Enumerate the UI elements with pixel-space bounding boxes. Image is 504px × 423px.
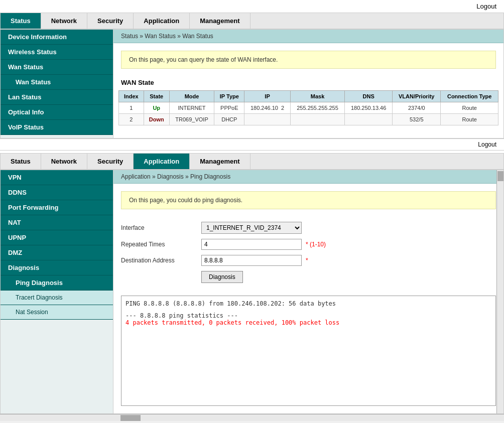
dest-address-input[interactable] xyxy=(201,255,302,266)
nav-bar-1: Status Network Security Application Mana… xyxy=(1,13,503,30)
sidebar-upnp[interactable]: UPNP xyxy=(1,230,113,245)
sidebar-voip-status[interactable]: VoIP Status xyxy=(1,120,113,135)
sidebar-lan-status[interactable]: Lan Status xyxy=(1,90,113,105)
sidebar-ddns[interactable]: DDNS xyxy=(1,185,113,200)
cell-mode-1: INTERNET xyxy=(169,102,214,114)
breadcrumb-2: Application » Diagnosis » Ping Diagnosis xyxy=(113,170,503,184)
cell-vlan-1: 2374/0 xyxy=(393,102,441,114)
info-box-2: On this page, you could do ping diagnosi… xyxy=(121,191,496,209)
col-mode: Mode xyxy=(169,91,214,102)
middle-logout-bar: Logout xyxy=(0,138,504,151)
main-content-1: Status » Wan Status » Wan Status On this… xyxy=(113,30,503,138)
info-box-1: On this page, you can query the state of… xyxy=(121,51,496,69)
nav-management-1[interactable]: Management xyxy=(190,13,250,29)
nav-security-2[interactable]: Security xyxy=(87,154,134,169)
col-state: State xyxy=(144,91,169,102)
cell-state-1: Up xyxy=(144,102,169,114)
diag-button-row: Diagnosis xyxy=(121,271,496,283)
col-dns: DNS xyxy=(345,91,393,102)
scrollbar-right[interactable] xyxy=(496,170,503,413)
result-line3: 4 packets transmitted, 0 packets receive… xyxy=(125,319,491,326)
nav-security-1[interactable]: Security xyxy=(87,13,134,29)
diagnosis-button[interactable]: Diagnosis xyxy=(201,271,243,283)
repeated-times-input[interactable] xyxy=(201,239,302,250)
interface-row: Interface 1_INTERNET_R_VID_2374 xyxy=(121,222,496,234)
repeated-times-row: Repeated Times * (1-10) xyxy=(121,239,496,250)
ping-form: Interface 1_INTERNET_R_VID_2374 Repeated… xyxy=(113,217,503,293)
result-line2: --- 8.8.8.8 ping statistics --- xyxy=(125,312,491,319)
cell-index-2: 2 xyxy=(119,114,144,125)
scrollbar-hthumb xyxy=(120,415,141,421)
repeated-times-hint: * (1-10) xyxy=(306,241,326,248)
cell-dns-1: 180.250.13.46 xyxy=(345,102,393,114)
sidebar-nat-session[interactable]: Nat Session xyxy=(1,305,113,320)
cell-mode-2: TR069_VOIP xyxy=(169,114,214,125)
dest-address-label: Destination Address xyxy=(121,257,201,264)
cell-ip-type-2: DHCP xyxy=(214,114,244,125)
dest-address-row: Destination Address * xyxy=(121,255,496,266)
nav-bar-2: Status Network Security Application Mana… xyxy=(1,154,503,170)
dest-hint: * xyxy=(306,257,308,264)
sidebar-2: VPN DDNS Port Forwarding NAT UPNP DMZ Di… xyxy=(1,170,113,413)
sidebar-ping-diagnosis[interactable]: Ping Diagnosis xyxy=(1,275,113,291)
cell-ip-type-1: PPPoE xyxy=(214,102,244,114)
sidebar-tracert-diagnosis[interactable]: Tracert Diagnosis xyxy=(1,291,113,305)
cell-conn-1: Route xyxy=(441,102,498,114)
scrollbar-thumb xyxy=(497,171,503,181)
sidebar-nat[interactable]: NAT xyxy=(1,215,113,230)
cell-ip-2 xyxy=(244,114,291,125)
sidebar-vpn[interactable]: VPN xyxy=(1,170,113,185)
nav-status-1[interactable]: Status xyxy=(1,13,41,29)
interface-label: Interface xyxy=(121,224,201,231)
nav-management-2[interactable]: Management xyxy=(190,154,250,169)
top-logout-link[interactable]: Logout xyxy=(476,3,496,10)
breadcrumb-1: Status » Wan Status » Wan Status xyxy=(113,30,503,43)
nav-network-1[interactable]: Network xyxy=(41,13,87,29)
repeated-times-label: Repeated Times xyxy=(121,241,201,248)
sidebar-wireless-status[interactable]: Wireless Status xyxy=(1,45,113,60)
interface-select[interactable]: 1_INTERNET_R_VID_2374 xyxy=(201,222,302,234)
col-ip: IP xyxy=(244,91,291,102)
table-row: 1 Up INTERNET PPPoE 180.246.10 2 255.255… xyxy=(119,102,498,114)
cell-vlan-2: 532/5 xyxy=(393,114,441,125)
cell-dns-2 xyxy=(345,114,393,125)
middle-logout-link[interactable]: Logout xyxy=(478,141,496,148)
cell-conn-2: Route xyxy=(441,114,498,125)
sidebar-optical-info[interactable]: Optical Info xyxy=(1,105,113,120)
nav-status-2[interactable]: Status xyxy=(1,154,41,169)
col-mask: Mask xyxy=(290,91,344,102)
col-index: Index xyxy=(119,91,144,102)
table-row: 2 Down TR069_VOIP DHCP 532/5 Route xyxy=(119,114,498,125)
nav-network-2[interactable]: Network xyxy=(41,154,87,169)
col-conn-type: Connection Type xyxy=(441,91,498,102)
wan-state-table: Index State Mode IP Type IP Mask DNS VLA… xyxy=(118,90,498,125)
cell-ip-1: 180.246.10 2 xyxy=(244,102,291,114)
cell-state-2: Down xyxy=(144,114,169,125)
col-ip-type: IP Type xyxy=(214,91,244,102)
result-line1: PING 8.8.8.8 (8.8.8.8) from 180.246.108.… xyxy=(125,300,491,307)
nav-application-1[interactable]: Application xyxy=(134,13,190,29)
col-vlan: VLAN/Priority xyxy=(393,91,441,102)
main-content-2: Application » Diagnosis » Ping Diagnosis… xyxy=(113,170,503,413)
wan-state-title: WAN State xyxy=(113,76,503,90)
sidebar-device-information[interactable]: Device Information xyxy=(1,30,113,45)
sidebar-diagnosis[interactable]: Diagnosis xyxy=(1,260,113,275)
sidebar-wan-status[interactable]: Wan Status xyxy=(1,60,113,75)
sidebar-1: Device Information Wireless Status Wan S… xyxy=(1,30,113,138)
cell-mask-1: 255.255.255.255 xyxy=(290,102,344,114)
cell-index-1: 1 xyxy=(119,102,144,114)
sidebar-dmz[interactable]: DMZ xyxy=(1,245,113,260)
scrollbar-bottom[interactable] xyxy=(0,414,504,421)
cell-mask-2 xyxy=(290,114,344,125)
sidebar-wan-status-sub[interactable]: Wan Status xyxy=(1,75,113,90)
ping-result-area: PING 8.8.8.8 (8.8.8.8) from 180.246.108.… xyxy=(121,296,496,406)
sidebar-port-forwarding[interactable]: Port Forwarding xyxy=(1,200,113,215)
nav-application-2[interactable]: Application xyxy=(134,154,190,169)
